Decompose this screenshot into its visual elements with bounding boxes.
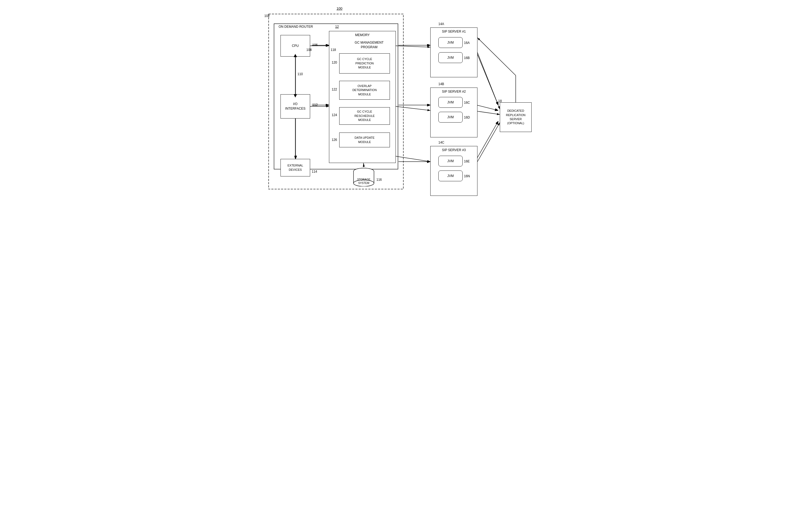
svg-line-34: [477, 53, 500, 109]
jvm-16a-box: JVM: [438, 37, 463, 48]
ref-110: 110: [298, 72, 303, 76]
jvm-16n-box: JVM: [438, 171, 463, 181]
ref-108: 108: [306, 48, 312, 52]
ref-16c: 16C: [464, 101, 470, 104]
jvm-16d-box: JVM: [438, 112, 463, 122]
ref-16d: 16D: [464, 116, 470, 119]
router-label: ON DEMAND ROUTER: [279, 25, 313, 28]
ref-126: 126: [332, 138, 337, 142]
cpu-box: CPU: [281, 35, 310, 57]
svg-line-38: [477, 38, 516, 75]
gc-mgmt-label: GC MANAGEMENTPROGRAM: [342, 40, 396, 50]
ref-118: 118: [330, 48, 336, 52]
svg-line-32: [396, 107, 430, 111]
svg-line-31: [396, 46, 430, 47]
io-interfaces-box: I/OINTERFACES: [281, 94, 310, 118]
ref-100-label: 100: [337, 6, 342, 11]
storage-label: STORAGESYSTEM: [353, 178, 375, 185]
ref-106: 106: [312, 43, 318, 47]
gc-cycle-pred-box: GC CYCLEPREDICTIONMODULE: [339, 53, 390, 74]
data-update-box: DATA UPDATEMODULE: [339, 133, 390, 147]
svg-line-36: [477, 122, 500, 162]
diagram: 100 102 ON DEMAND ROUTER 12 CPU 106 108 …: [264, 5, 533, 200]
gc-resch-box: GC CYCLERESCHEDULEMODULE: [339, 107, 390, 125]
ref-16e: 16E: [464, 159, 470, 163]
ref-14c: 14C: [438, 140, 444, 145]
svg-line-16: [477, 121, 498, 159]
ref-112: 112: [312, 103, 318, 107]
ref-14a: 14A: [438, 22, 444, 26]
ref-122: 122: [332, 88, 337, 91]
svg-line-35: [477, 111, 500, 114]
jvm-16c-box: JVM: [438, 97, 463, 108]
ref-120: 120: [332, 61, 337, 64]
ref-124: 124: [332, 113, 337, 117]
svg-line-33: [396, 156, 430, 162]
ref-16a: 16A: [464, 41, 470, 45]
overlap-det-box: OVERLAPDETERMINATIONMODULE: [339, 81, 390, 100]
jvm-16e-box: JVM: [438, 156, 463, 167]
router-ref: 12: [335, 25, 339, 28]
ref-116: 116: [376, 178, 382, 182]
ref-102-label: 102: [264, 14, 270, 18]
jvm-16b-box: JVM: [438, 52, 463, 63]
ref-16b: 16B: [464, 56, 470, 60]
ref-114: 114: [312, 170, 317, 173]
ext-devices-box: EXTERNALDEVICES: [281, 159, 310, 176]
svg-line-15: [477, 105, 498, 111]
dedicated-rep-box: DEDICATEDREPLICATIONSERVER(OPTIONAL): [500, 102, 532, 132]
ref-16n: 16N: [464, 174, 470, 178]
storage-cylinder: STORAGESYSTEM: [353, 167, 375, 186]
svg-line-14: [477, 53, 498, 105]
ref-14b: 14B: [438, 82, 444, 86]
